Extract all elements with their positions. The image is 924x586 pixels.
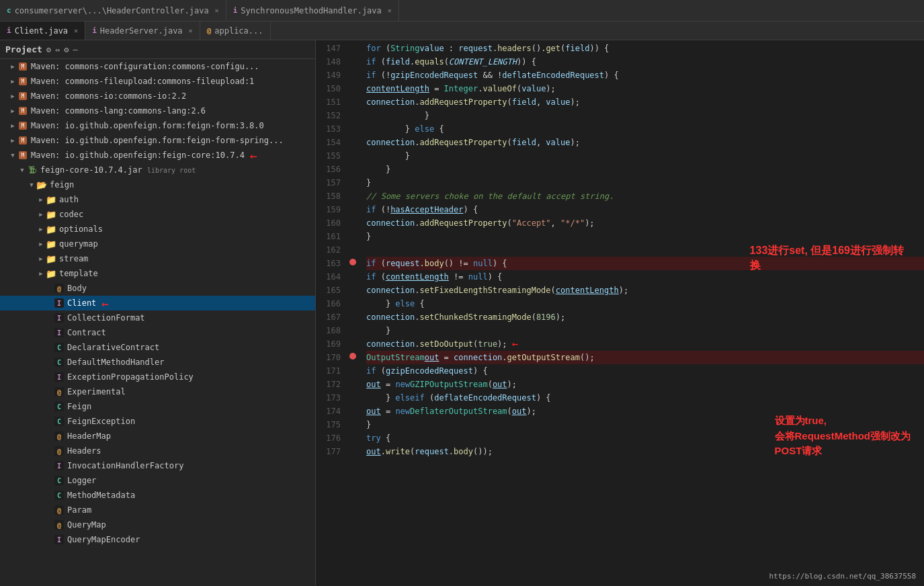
tree-item-querymapencoder-class[interactable]: IQueryMapEncoder: [0, 532, 315, 547]
tree-item-stream-folder[interactable]: ▶📁stream: [0, 251, 315, 266]
tab-consumerserver[interactable]: c consumerserver\...\HeaderController.ja…: [0, 0, 226, 21]
tree-item-headermap-class[interactable]: @HeaderMap: [0, 429, 315, 444]
line-num-149: 149: [316, 69, 341, 82]
code-line-163: if (request.body() != null) {: [366, 257, 924, 270]
tree-item-client-class[interactable]: IClient←: [0, 296, 315, 310]
sidebar-icon-expand[interactable]: ⇔: [55, 45, 60, 54]
line-num-172: 172: [316, 378, 341, 391]
tree-item-contract-class[interactable]: IContract: [0, 325, 315, 340]
tree-label-maven-feign-form: Maven: io.github.openfeign.form:feign-fo…: [31, 121, 264, 130]
second-tab-bar: i Client.java ✕ i HeaderServer.java ✕ @ …: [0, 22, 924, 40]
tree-item-feign-core-jar[interactable]: ▼🗜feign-core-10.7.4.jar library root: [0, 163, 315, 177]
gutter-line-154: [346, 134, 360, 148]
tree-item-maven-commons-io[interactable]: ▶MMaven: commons-io:commons-io:2.2: [0, 89, 315, 103]
tree-icon-java-c: C: [54, 475, 65, 486]
tree-item-maven-commons-config[interactable]: ▶MMaven: commons-configuration:commons-c…: [0, 59, 315, 74]
tab-close-synchronous[interactable]: ✕: [388, 7, 392, 14]
tree-item-declarativecontract-class[interactable]: CDeclarativeContract: [0, 340, 315, 355]
tree-icon-folder: 📁: [46, 209, 56, 220]
blog-url: https://blog.csdn.net/qq_38637558: [769, 572, 916, 581]
tab-close-client[interactable]: ✕: [74, 27, 78, 34]
sidebar-icon-gear[interactable]: ⚙: [64, 45, 69, 54]
sidebar-icon-close[interactable]: —: [73, 45, 78, 54]
tree-item-defaultmethodhandler-class[interactable]: CDefaultMethodHandler: [0, 355, 315, 370]
tree-arrow-maven-commons-lang: ▶: [8, 108, 17, 114]
code-line-175: }: [366, 418, 924, 431]
gutter-line-171: [346, 363, 360, 376]
tree-icon-folder-open: 📂: [36, 179, 47, 190]
code-line-167: connection.setChunkedStreamingMode(8196)…: [366, 310, 924, 324]
code-line-173: } else if (deflateEncodedRequest) {: [366, 391, 924, 405]
sidebar[interactable]: Project ⚙ ⇔ ⚙ — ▶MMaven: commons-configu…: [0, 40, 316, 586]
gutter-line-158: [346, 188, 360, 202]
tree-item-maven-commons-file[interactable]: ▶MMaven: commons-fileupload:commons-file…: [0, 74, 315, 89]
tree-label-collectionformat-class: CollectionFormat: [67, 313, 145, 323]
tree-label-methodmetadata-class: MethodMetadata: [67, 491, 135, 500]
gutter-line-153: [346, 121, 360, 134]
tree-label-headermap-class: HeaderMap: [67, 431, 111, 441]
code-line-177: out.write(request.body());: [366, 445, 924, 458]
tree-icon-java-i: I: [54, 460, 65, 471]
tree-item-maven-feign-form-spring[interactable]: ▶MMaven: io.github.openfeign.form:feign-…: [0, 133, 315, 148]
tree-item-headers-class[interactable]: @Headers: [0, 444, 315, 458]
tree-icon-folder: 📁: [46, 253, 56, 264]
sidebar-icon-settings[interactable]: ⚙: [46, 45, 51, 54]
tree-label-feign-folder: feign: [50, 180, 74, 190]
tree-item-feignexception-class[interactable]: CFeignException: [0, 414, 315, 429]
tree-item-auth-folder[interactable]: ▶📁auth: [0, 192, 315, 207]
tree-item-invocationhandler-class[interactable]: IInvocationHandlerFactory: [0, 458, 315, 473]
tree-label-stream-folder: stream: [59, 254, 88, 263]
gutter-line-151: [346, 94, 360, 108]
code-line-149: if (!gzipEncodedRequest && !deflateEncod…: [366, 69, 924, 82]
tree-item-querymap-class[interactable]: @QueryMap: [0, 517, 315, 532]
tree-icon-java-c: C: [54, 357, 65, 368]
tree-icon-java-c: C: [54, 416, 65, 427]
tree-item-exceptionpropagation-class[interactable]: IExceptionPropagationPolicy: [0, 370, 315, 384]
code-line-147: for (String value : request.headers().ge…: [366, 42, 924, 55]
gutter-line-170: [346, 349, 360, 363]
gutter-line-159: [346, 202, 360, 215]
tree-item-body-class[interactable]: @Body: [0, 281, 315, 296]
tab-synchronous[interactable]: i SynchronousMethodHandler.java ✕: [226, 0, 399, 21]
tree-item-maven-commons-lang[interactable]: ▶MMaven: commons-lang:commons-lang:2.6: [0, 103, 315, 118]
tree-item-maven-feign-core[interactable]: ▼MMaven: io.github.openfeign:feign-core:…: [0, 148, 315, 163]
tree-item-param-class[interactable]: @Param: [0, 503, 315, 517]
tree-item-collectionformat-class[interactable]: ICollectionFormat: [0, 310, 315, 325]
code-line-164: if (contentLength != null) {: [366, 270, 924, 284]
line-num-158: 158: [316, 190, 341, 203]
svg-text:M: M: [22, 153, 25, 159]
tree-item-optionals-folder[interactable]: ▶📁optionals: [0, 222, 315, 237]
main-layout: Project ⚙ ⇔ ⚙ — ▶MMaven: commons-configu…: [0, 40, 924, 586]
code-content[interactable]: for (String value : request.headers().ge…: [360, 40, 924, 586]
tree-label-feignexception-class: FeignException: [67, 417, 135, 426]
tree-item-querymap-folder[interactable]: ▶📁querymap: [0, 237, 315, 251]
tree-container: ▶MMaven: commons-configuration:commons-c…: [0, 59, 315, 547]
tree-icon-java-i: I: [54, 372, 65, 382]
tree-item-logger-class[interactable]: CLogger: [0, 473, 315, 488]
code-line-176: try {: [366, 431, 924, 445]
tree-item-methodmetadata-class[interactable]: CMethodMetadata: [0, 488, 315, 503]
breakpoint-170: [349, 353, 356, 360]
tree-item-feign-folder[interactable]: ▼📂feign: [0, 177, 315, 192]
gutter-line-167: [346, 309, 360, 323]
tab-applica[interactable]: @ applica...: [200, 22, 271, 40]
tree-label-codec-folder: codec: [59, 210, 83, 219]
code-line-152: }: [366, 109, 924, 122]
code-line-148: if (field.equals(CONTENT_LENGTH)) {: [366, 55, 924, 69]
tab-close-headerserver[interactable]: ✕: [189, 27, 193, 34]
tree-item-experimental-class[interactable]: @Experimental: [0, 384, 315, 399]
tree-icon-java-a: @: [54, 505, 65, 515]
line-num-155: 155: [316, 149, 341, 163]
gutter-line-157: [346, 175, 360, 188]
tab-headerserver[interactable]: i HeaderServer.java ✕: [85, 22, 200, 40]
tree-item-feign-class[interactable]: CFeign: [0, 399, 315, 414]
tree-item-template-folder[interactable]: ▶📁template: [0, 266, 315, 281]
tab-close-consumerserver[interactable]: ✕: [215, 7, 219, 14]
gutter-line-164: [346, 269, 360, 282]
tab-client[interactable]: i Client.java ✕: [0, 22, 85, 40]
gutter-line-173: [346, 390, 360, 403]
tree-item-codec-folder[interactable]: ▶📁codec: [0, 207, 315, 222]
tree-item-maven-feign-form[interactable]: ▶MMaven: io.github.openfeign.form:feign-…: [0, 118, 315, 133]
tree-label-body-class: Body: [67, 284, 87, 293]
tree-arrow-auth-folder: ▶: [36, 196, 46, 203]
